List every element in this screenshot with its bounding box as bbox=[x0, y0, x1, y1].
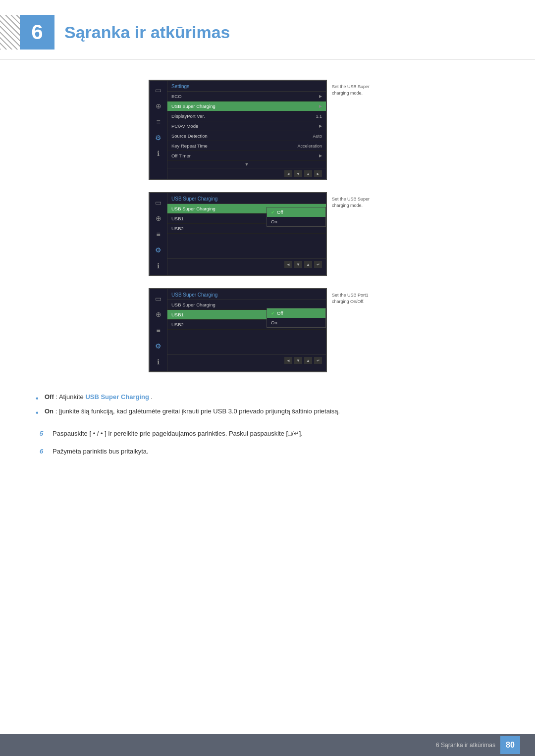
nav-left: ◄ bbox=[284, 170, 292, 177]
menu-item-label: USB2 bbox=[171, 226, 184, 231]
step-6: 6 Pažymėta parinktis bus pritaikyta. bbox=[30, 447, 505, 457]
adjust-icon: ⊕ bbox=[153, 213, 164, 224]
nav-bar-3: ◄ ▼ ▲ ↵ bbox=[167, 354, 326, 366]
nav-up: ▲ bbox=[304, 170, 312, 177]
menu-item-offtimer: Off Timer ▶ bbox=[167, 151, 326, 161]
bullet-item-on: On : Įjunkite šią funkciją, kad galėtumė… bbox=[40, 406, 505, 417]
off-rest: . bbox=[151, 393, 153, 401]
screenshot-1: ▭ ⊕ ≡ ⚙ ℹ Settings ECO ▶ USB Super Charg… bbox=[149, 80, 386, 180]
menu-item-pcav: PC/AV Mode ▶ bbox=[167, 121, 326, 131]
page-footer: 6 Sąranka ir atkūrimas 80 bbox=[0, 734, 535, 756]
menu-title-2: USB Super Charging bbox=[167, 193, 326, 204]
on-text: : Įjunkite šią funkciją, kad galėtumėte … bbox=[55, 407, 340, 415]
menu-title-1: Settings bbox=[167, 81, 326, 92]
step-number-6: 6 bbox=[40, 447, 48, 457]
nav-down: ▼ bbox=[294, 261, 302, 268]
menu-item-label: ECO bbox=[171, 94, 182, 99]
step-5: 5 Paspauskite [ • / • ] ir pereikite pri… bbox=[30, 429, 505, 439]
nav-up: ▲ bbox=[304, 357, 312, 364]
adjust-icon: ⊕ bbox=[153, 309, 164, 320]
menu-item-label: USB Super Charging bbox=[171, 206, 215, 211]
arrow-icon: ▶ bbox=[319, 94, 322, 99]
menu-item-label: USB Super Charging bbox=[171, 302, 215, 307]
check-icon: ✓ bbox=[271, 311, 275, 316]
chapter-title: Sąranka ir atkūrimas bbox=[64, 15, 230, 42]
screenshot-3: ▭ ⊕ ≡ ⚙ ℹ USB Super Charging USB Super C… bbox=[149, 288, 386, 372]
menu-item-label: USB1 bbox=[171, 312, 184, 317]
sidebar-icons-1: ▭ ⊕ ≡ ⚙ ℹ bbox=[150, 81, 167, 179]
footer-chapter-text: 6 Sąranka ir atkūrimas bbox=[436, 742, 495, 749]
off-label: Off bbox=[45, 393, 54, 401]
gear-icon: ⚙ bbox=[153, 341, 164, 352]
menu-item-label: Source Detection bbox=[171, 133, 208, 139]
chapter-number: 6 bbox=[20, 15, 54, 50]
monitor-ui-2: ▭ ⊕ ≡ ⚙ ℹ USB Super Charging USB Super C… bbox=[149, 192, 327, 276]
arrow-icon: ▶ bbox=[319, 104, 322, 108]
menu-item-displayport: DisplayPort Ver. 1.1 bbox=[167, 111, 326, 121]
menu-item-label: Key Repeat Time bbox=[171, 143, 208, 149]
submenu-item-off: ✓ Off bbox=[267, 308, 325, 318]
submenu-item-off: ✓ Off bbox=[267, 207, 325, 217]
nav-bar-1: ◄ ▼ ▲ ► bbox=[167, 168, 326, 179]
gear-icon: ⚙ bbox=[153, 132, 164, 143]
gear-icon: ⚙ bbox=[153, 245, 164, 255]
menu-item-eco: ECO ▶ bbox=[167, 92, 326, 101]
help-text-2: Set the USB Super charging mode. bbox=[327, 192, 386, 212]
menu-item-source: Source Detection Auto bbox=[167, 131, 326, 141]
info-icon: ℹ bbox=[153, 260, 164, 271]
monitor-icon: ▭ bbox=[153, 293, 164, 304]
submenu-item-on: On bbox=[267, 318, 325, 327]
screenshot-2: ▭ ⊕ ≡ ⚙ ℹ USB Super Charging USB Super C… bbox=[149, 192, 386, 276]
bullet-item-off: Off : Atjunkite USB Super Charging . bbox=[40, 392, 505, 403]
nav-enter: ↵ bbox=[314, 357, 322, 364]
nav-up: ▲ bbox=[304, 261, 312, 268]
menu-item-value: 1.1 bbox=[316, 114, 322, 119]
step-text-6: Pažymėta parinktis bus pritaikyta. bbox=[53, 447, 505, 457]
menu-item-label: USB2 bbox=[171, 322, 184, 327]
monitor-ui-3: ▭ ⊕ ≡ ⚙ ℹ USB Super Charging USB Super C… bbox=[149, 288, 327, 372]
arrow-icon: ▶ bbox=[319, 124, 322, 128]
nav-left: ◄ bbox=[284, 357, 292, 364]
menu-panel-1: Settings ECO ▶ USB Super Charging ▶ Disp… bbox=[167, 81, 326, 179]
step-number-5: 5 bbox=[40, 429, 48, 439]
submenu-label: On bbox=[271, 219, 277, 224]
step-text-5: Paspauskite [ • / • ] ir pereikite prie … bbox=[53, 429, 505, 439]
on-label: On bbox=[45, 407, 54, 415]
main-content: ▭ ⊕ ≡ ⚙ ℹ Settings ECO ▶ USB Super Charg… bbox=[0, 80, 535, 495]
menu-item-value: Acceleration bbox=[297, 144, 322, 149]
footer-page-number: 80 bbox=[500, 736, 520, 754]
submenu-label: Off bbox=[277, 310, 283, 316]
off-usb-label: USB Super Charging bbox=[85, 393, 149, 401]
submenu-2: ✓ Off On bbox=[267, 207, 326, 227]
info-icon: ℹ bbox=[153, 356, 164, 367]
lines-icon: ≡ bbox=[153, 325, 164, 336]
monitor-ui-1: ▭ ⊕ ≡ ⚙ ℹ Settings ECO ▶ USB Super Charg… bbox=[149, 80, 327, 180]
arrow-icon: ▶ bbox=[319, 153, 322, 158]
monitor-icon: ▭ bbox=[153, 197, 164, 208]
bullet-list: Off : Atjunkite USB Super Charging . On … bbox=[30, 392, 505, 417]
menu-item-value: Auto bbox=[313, 134, 322, 139]
screenshots-area: ▭ ⊕ ≡ ⚙ ℹ Settings ECO ▶ USB Super Charg… bbox=[30, 80, 505, 372]
menu-panel-3: USB Super Charging USB Super Charging US… bbox=[167, 289, 326, 371]
nav-down: ▼ bbox=[294, 170, 302, 177]
menu-item-label: USB Super Charging bbox=[171, 103, 215, 109]
menu-item-label: USB1 bbox=[171, 216, 184, 221]
sidebar-icons-3: ▭ ⊕ ≡ ⚙ ℹ bbox=[150, 289, 167, 371]
adjust-icon: ⊕ bbox=[153, 101, 164, 111]
lines-icon: ≡ bbox=[153, 116, 164, 127]
nav-bar-2: ◄ ▼ ▲ ↵ bbox=[167, 258, 326, 270]
nav-down: ▼ bbox=[294, 357, 302, 364]
menu-item-label: DisplayPort Ver. bbox=[171, 113, 205, 119]
menu-title-3: USB Super Charging bbox=[167, 289, 326, 300]
lines-icon: ≡ bbox=[153, 229, 164, 240]
menu-panel-2: USB Super Charging USB Super Charging US… bbox=[167, 193, 326, 275]
help-text-1: Set the USB Super charging mode. bbox=[327, 80, 386, 100]
nav-enter: ↵ bbox=[314, 261, 322, 268]
submenu-label: On bbox=[271, 320, 277, 325]
sidebar-icons-2: ▭ ⊕ ≡ ⚙ ℹ bbox=[150, 193, 167, 275]
help-text-3: Set the USB Port1 charging On/Off. bbox=[327, 288, 386, 308]
page-header: 6 Sąranka ir atkūrimas bbox=[0, 0, 535, 60]
menu-item-usb-supercharging: USB Super Charging ▶ bbox=[167, 101, 326, 111]
submenu-3: ✓ Off On bbox=[267, 308, 326, 328]
nav-left: ◄ bbox=[284, 261, 292, 268]
